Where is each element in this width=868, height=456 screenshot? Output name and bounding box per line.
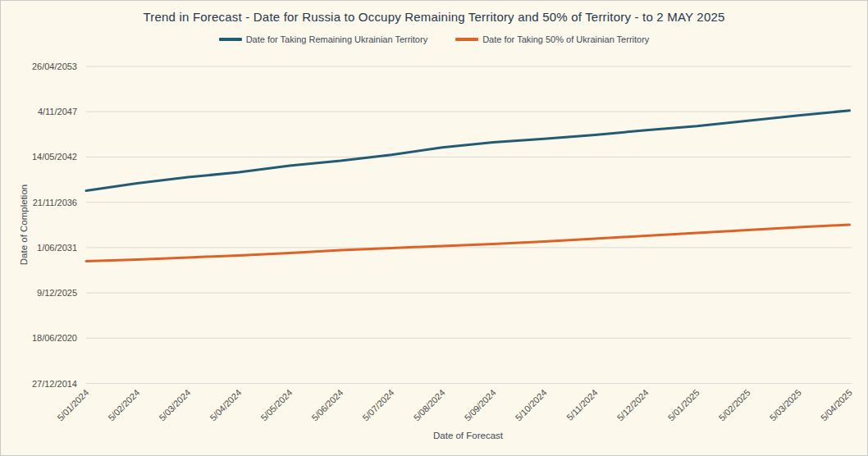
x-axis-tick-labels: 5/01/20245/02/20245/03/20245/04/20245/05…	[55, 387, 854, 422]
x-tick-label: 5/08/2024	[412, 387, 447, 422]
x-tick-label: 5/11/2024	[564, 387, 600, 422]
x-tick-label: 5/03/2024	[157, 387, 192, 422]
x-tick-label: 5/01/2025	[666, 387, 701, 422]
series-lines	[86, 111, 850, 262]
x-tick-label: 5/04/2025	[819, 387, 854, 422]
series-line-fifty-percent	[86, 225, 850, 261]
y-tick-label: 1/06/2031	[37, 243, 77, 253]
y-axis-tick-labels: 26/04/20534/11/204714/05/204221/11/20361…	[32, 62, 77, 389]
x-tick-label: 5/03/2025	[768, 387, 803, 422]
chart-canvas: Trend in Forecast - Date for Russia to O…	[0, 0, 868, 456]
x-tick-label: 5/12/2024	[615, 387, 651, 422]
x-tick-label: 5/01/2024	[55, 387, 90, 422]
plot-area: 26/04/20534/11/204714/05/204221/11/20361…	[1, 1, 868, 456]
y-tick-label: 27/12/2014	[32, 379, 77, 389]
y-tick-label: 14/05/2042	[32, 152, 77, 162]
x-tick-label: 5/02/2024	[106, 387, 141, 422]
x-tick-label: 5/06/2024	[309, 387, 345, 422]
x-tick-label: 5/10/2024	[514, 387, 549, 422]
x-tick-label: 5/07/2024	[361, 387, 396, 422]
x-tick-label: 5/05/2024	[258, 387, 294, 422]
y-tick-label: 26/04/2053	[32, 62, 77, 71]
series-line-remaining-territory	[86, 111, 850, 191]
y-tick-label: 4/11/2047	[38, 107, 77, 116]
x-tick-label: 5/02/2025	[717, 387, 752, 422]
gridlines	[86, 66, 852, 384]
x-tick-label: 5/04/2024	[208, 387, 243, 422]
y-tick-label: 21/11/2036	[33, 198, 77, 207]
y-tick-label: 9/12/2025	[37, 288, 77, 298]
x-tick-label: 5/09/2024	[463, 387, 498, 422]
y-tick-label: 18/06/2020	[32, 333, 77, 343]
